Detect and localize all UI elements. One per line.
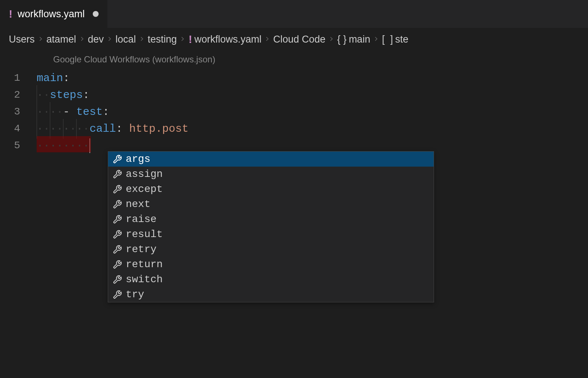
- wrench-icon: [113, 245, 122, 254]
- line-number: 2: [0, 87, 37, 103]
- wrench-icon: [113, 155, 122, 164]
- tab-bar: ! workflows.yaml: [0, 0, 588, 28]
- autocomplete-item[interactable]: except: [108, 182, 434, 197]
- breadcrumb-segment[interactable]: Users: [9, 34, 35, 45]
- wrench-icon: [113, 170, 122, 179]
- indent-guide: ··: [37, 87, 50, 103]
- code-line[interactable]: 4 ········call: http.post: [0, 120, 588, 137]
- autocomplete-item[interactable]: next: [108, 197, 434, 212]
- indent-guide: ········: [37, 120, 89, 137]
- wrench-icon: [113, 185, 122, 194]
- autocomplete-label: except: [126, 183, 163, 195]
- chevron-right-icon: [138, 34, 146, 45]
- chevron-right-icon: [37, 34, 44, 45]
- breadcrumb-label: Cloud Code: [273, 34, 326, 45]
- wrench-icon: [113, 215, 122, 224]
- breadcrumb-segment[interactable]: dev: [88, 34, 104, 45]
- chevron-right-icon: [106, 34, 113, 45]
- autocomplete-label: retry: [126, 244, 157, 255]
- breadcrumb-segment[interactable]: ! workflows.yaml: [188, 33, 261, 46]
- breadcrumb-segment[interactable]: atamel: [47, 34, 76, 45]
- wrench-icon: [113, 200, 122, 209]
- line-number: 4: [0, 120, 37, 137]
- autocomplete-label: switch: [126, 274, 163, 285]
- object-icon: { }: [337, 34, 347, 45]
- autocomplete-label: try: [126, 289, 144, 300]
- breadcrumb-segment[interactable]: testing: [148, 34, 177, 45]
- yaml-punct: :: [63, 70, 70, 87]
- yaml-key: test: [76, 103, 103, 120]
- autocomplete-item[interactable]: return: [108, 257, 434, 272]
- line-number: 3: [0, 103, 37, 120]
- yaml-file-icon: !: [188, 33, 192, 46]
- code-line[interactable]: 3 ····- test:: [0, 103, 588, 120]
- breadcrumb-label: testing: [148, 34, 177, 45]
- autocomplete-item[interactable]: switch: [108, 272, 434, 287]
- autocomplete-item[interactable]: try: [108, 287, 434, 302]
- code-line[interactable]: 2 ··steps:: [0, 87, 588, 103]
- editor-tab[interactable]: ! workflows.yaml: [0, 0, 108, 28]
- yaml-dash: -: [63, 103, 76, 120]
- autocomplete-item[interactable]: retry: [108, 242, 434, 257]
- yaml-value: http.post: [129, 120, 188, 137]
- line-number: 5: [0, 137, 37, 154]
- autocomplete-popup: args assign except next raise result r: [108, 151, 434, 302]
- breadcrumb-label: atamel: [47, 34, 76, 45]
- autocomplete-item[interactable]: assign: [108, 167, 434, 182]
- autocomplete-label: raise: [126, 214, 157, 225]
- chevron-right-icon: [372, 34, 380, 45]
- tab-filename: workflows.yaml: [18, 8, 85, 20]
- yaml-key: main: [37, 70, 63, 87]
- indent-guide: ····: [37, 103, 63, 120]
- autocomplete-item[interactable]: args: [108, 152, 434, 167]
- chevron-right-icon: [179, 34, 186, 45]
- chevron-right-icon: [264, 34, 271, 45]
- autocomplete-label: assign: [126, 168, 163, 180]
- chevron-right-icon: [328, 34, 335, 45]
- breadcrumb-segment[interactable]: local: [115, 34, 136, 45]
- wrench-icon: [113, 260, 122, 269]
- unsaved-indicator-icon: [93, 11, 99, 17]
- editor-content[interactable]: 1 main: 2 ··steps: 3 ····- test: 4 ·····…: [0, 54, 588, 154]
- autocomplete-label: next: [126, 199, 150, 210]
- breadcrumb-segment[interactable]: [ ] ste: [382, 34, 408, 45]
- breadcrumb-label: ste: [395, 34, 408, 45]
- schema-hint: Google Cloud Workflows (workflows.json): [53, 54, 215, 65]
- array-icon: [ ]: [382, 34, 393, 45]
- breadcrumb-segment[interactable]: Cloud Code: [273, 34, 326, 45]
- yaml-key: steps: [50, 87, 83, 103]
- autocomplete-item[interactable]: raise: [108, 212, 434, 227]
- autocomplete-item[interactable]: result: [108, 227, 434, 242]
- autocomplete-label: args: [126, 153, 150, 165]
- autocomplete-label: return: [126, 259, 163, 270]
- yaml-punct: :: [116, 120, 129, 137]
- chevron-right-icon: [78, 34, 86, 45]
- wrench-icon: [113, 275, 122, 284]
- line-number: 1: [0, 70, 37, 87]
- breadcrumb: Users atamel dev local testing ! workflo…: [0, 28, 588, 51]
- breadcrumb-label: workflows.yaml: [194, 34, 261, 45]
- breadcrumb-label: local: [115, 34, 136, 45]
- yaml-key: call: [89, 120, 116, 137]
- indent-guide: ········: [37, 137, 89, 154]
- yaml-file-icon: !: [9, 8, 12, 20]
- breadcrumb-segment[interactable]: { } main: [337, 34, 370, 45]
- code-editor[interactable]: Google Cloud Workflows (workflows.json) …: [0, 51, 588, 154]
- breadcrumb-label: main: [349, 34, 370, 45]
- yaml-punct: :: [103, 103, 109, 120]
- breadcrumb-label: Users: [9, 34, 35, 45]
- wrench-icon: [113, 230, 122, 239]
- autocomplete-label: result: [126, 229, 163, 240]
- wrench-icon: [113, 290, 122, 299]
- yaml-punct: :: [83, 87, 89, 103]
- breadcrumb-label: dev: [88, 34, 104, 45]
- code-line[interactable]: 1 main:: [0, 70, 588, 87]
